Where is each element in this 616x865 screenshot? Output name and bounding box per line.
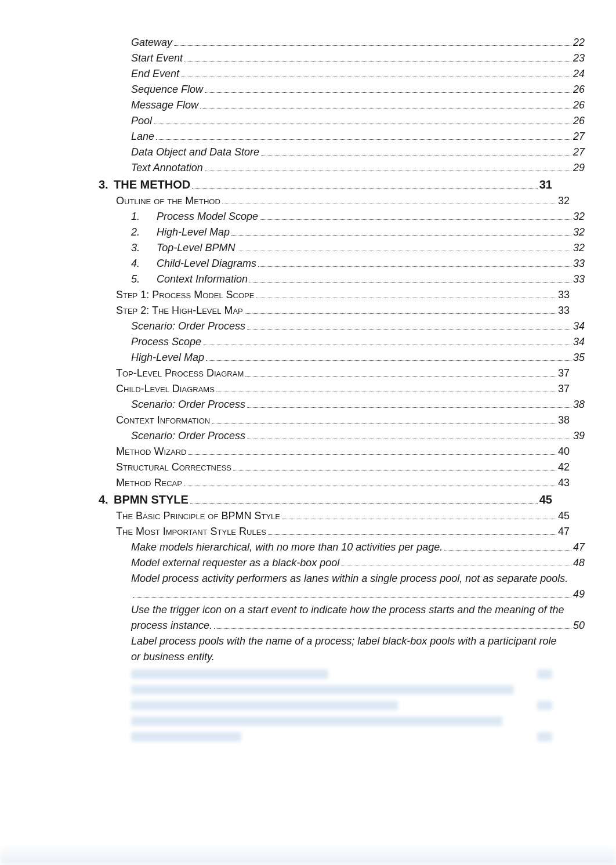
toc-entry: Method Recap43 [99,475,570,491]
toc-entry: Message Flow26 [99,97,585,113]
toc-entry-page: 37 [558,365,570,381]
toc-entry-text: Method Wizard [116,446,186,457]
toc-entry: Use the trigger icon on a start event to… [99,602,585,618]
toc-entry-label: The Basic Principle of BPMN Style [116,508,280,524]
toc-entry-page: 32 [573,240,585,256]
toc-entry-page: 31 [539,176,552,193]
obscured-text [131,732,241,741]
toc-entry-page: 47 [558,524,570,540]
toc-entry-number: 1. [131,209,157,225]
toc-entry: Step 1: Process Model Scope33 [99,287,570,303]
toc-leader-dots [444,542,571,551]
toc-entry: The Basic Principle of BPMN Style45 [99,508,570,524]
toc-leader-dots [258,259,571,267]
toc-entry-page: 27 [573,144,585,160]
toc-leader-dots [133,589,571,598]
toc-entry-text: Context Information [157,273,248,285]
toc-entry-label: 5.Context Information [131,272,248,287]
toc-entry-text: Scenario: Order Process [131,430,245,441]
toc-entry-text: Gateway [131,37,172,48]
toc-entry-page: 42 [558,459,570,475]
toc-entry-text: Child-Level Diagrams [157,258,256,269]
toc-entry-label: High-Level Map [131,350,204,365]
toc-leader-dots [192,179,538,189]
toc-entry-label: process instance. [131,618,212,634]
toc-entry-text: Pool [131,115,152,126]
toc-entry-text: THE METHOD [114,178,190,191]
toc-entry-page: 32 [573,225,585,240]
toc-entry: Pool26 [99,113,585,129]
toc-entry-number: 2. [131,225,157,240]
toc-entry-label: Step 2: The High-Level Map [116,303,243,319]
toc-entry: Make models hierarchical, with no more t… [99,540,585,555]
toc-entry-page: 38 [573,397,585,412]
toc-leader-dots [184,478,556,487]
toc-entry-text: Sequence Flow [131,84,203,95]
toc-entry-page: 35 [573,350,585,365]
toc-entry-label: Scenario: Order Process [131,397,245,412]
toc-entry-label: Start Event [131,50,183,66]
toc-leader-dots [205,85,571,93]
toc-entry: Lane27 [99,129,585,144]
toc-entry-label: Make models hierarchical, with no more t… [131,540,443,555]
toc-entry-text: Make models hierarchical, with no more t… [131,541,443,553]
toc-entry-label: The Most Important Style Rules [116,524,266,540]
toc-entry-label: Method Wizard [116,444,186,459]
toc-entry-text: Top-Level Process Diagram [116,367,244,379]
toc-leader-dots [200,100,571,109]
obscured-text [131,669,328,679]
obscured-text [131,701,398,710]
toc-entry-page: 47 [573,540,585,555]
toc-entry: High-Level Map35 [99,350,585,365]
toc-leader-dots [205,163,571,172]
toc-entry-text: The Most Important Style Rules [116,526,266,537]
toc-entry-page: 26 [573,82,585,97]
toc-entry: End Event24 [99,66,585,82]
toc-entry-label: 4.BPMN STYLE [99,491,189,508]
toc-entry-page: 27 [573,129,585,144]
toc-entry-text: Outline of the Method [116,195,220,207]
toc-entry-label: Top-Level Process Diagram [116,365,244,381]
toc-entry-label: End Event [131,66,179,82]
toc-entry-page: 38 [558,412,570,428]
toc-entry: 3.Top-Level BPMN32 [99,240,585,256]
toc-leader-dots [181,69,571,78]
toc-entry-label: Scenario: Order Process [131,428,245,444]
toc-leader-dots [268,527,556,535]
toc-entry: Process Scope34 [99,334,585,350]
toc-entry: Data Object and Data Store27 [99,144,585,160]
toc-leader-dots [247,321,571,330]
obscured-entry [131,729,552,744]
toc-entry-label: Lane [131,129,154,144]
toc-entry: The Most Important Style Rules47 [99,524,570,540]
page-footer-blur [0,844,616,865]
toc-entry-label: 3.THE METHOD [99,176,190,193]
toc-entry-label: Message Flow [131,97,198,113]
toc-leader-dots [222,196,556,205]
toc-leader-dots [214,621,571,629]
toc-leader-dots [247,400,571,408]
toc-leader-dots [154,116,571,125]
toc-entry-page: 24 [573,66,585,82]
toc-entry: 4.Child-Level Diagrams33 [99,256,585,272]
obscured-page [537,701,552,710]
toc-leader-dots [216,384,556,393]
toc-entry-label: Data Object and Data Store [131,144,259,160]
toc-entry-page: 33 [573,272,585,287]
toc-leader-dots [190,494,538,504]
toc-entry-text: Child-Level Diagrams [116,383,215,395]
toc-entry: Label process pools with the name of a p… [99,634,585,649]
obscured-entry [131,697,552,713]
toc-entry: Gateway22 [99,35,585,50]
toc-entry-label: 2.High-Level Map [131,225,230,240]
toc-leader-dots [212,415,556,424]
toc-entry-number: 4. [99,491,114,508]
toc-entry-text: Start Event [131,52,183,64]
toc-entry-label: 3.Top-Level BPMN [131,240,235,256]
toc-entry: Step 2: The High-Level Map33 [99,303,570,319]
toc-entry-page: 33 [558,303,570,319]
toc-entry-label: Method Recap [116,475,182,491]
toc-entry-number: 3. [99,176,114,193]
toc-leader-dots [341,558,571,567]
toc-entry: Text Annotation29 [99,160,585,176]
